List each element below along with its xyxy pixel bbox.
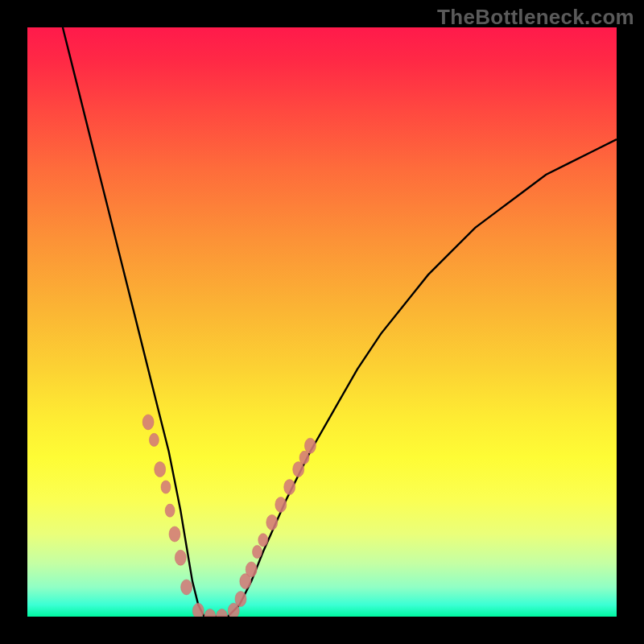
marker-dot [266, 514, 278, 530]
marker-dot [246, 562, 257, 577]
marker-dot [149, 433, 159, 446]
marker-dot [181, 580, 192, 595]
frame: TheBottleneck.com [0, 0, 644, 644]
marker-dot [165, 504, 175, 517]
marker-dot [175, 550, 186, 565]
marker-dot [299, 451, 309, 464]
marker-dot [275, 497, 287, 512]
marker-dot [161, 481, 171, 493]
marker-dot [142, 415, 154, 430]
marker-dot [204, 609, 216, 617]
trough-curve [63, 27, 617, 617]
marker-dot [169, 526, 180, 542]
marker-dot [304, 438, 316, 453]
plot-area [27, 27, 617, 617]
watermark-text: TheBottleneck.com [437, 5, 634, 30]
marker-dot [284, 480, 295, 495]
marker-dot [293, 462, 304, 477]
marker-cluster [142, 415, 316, 617]
marker-dot [217, 609, 228, 617]
marker-dot [192, 603, 204, 617]
marker-dot [235, 592, 246, 607]
marker-dot [258, 534, 268, 547]
curve-svg [27, 27, 617, 617]
marker-dot [253, 545, 262, 558]
marker-dot [155, 462, 166, 477]
